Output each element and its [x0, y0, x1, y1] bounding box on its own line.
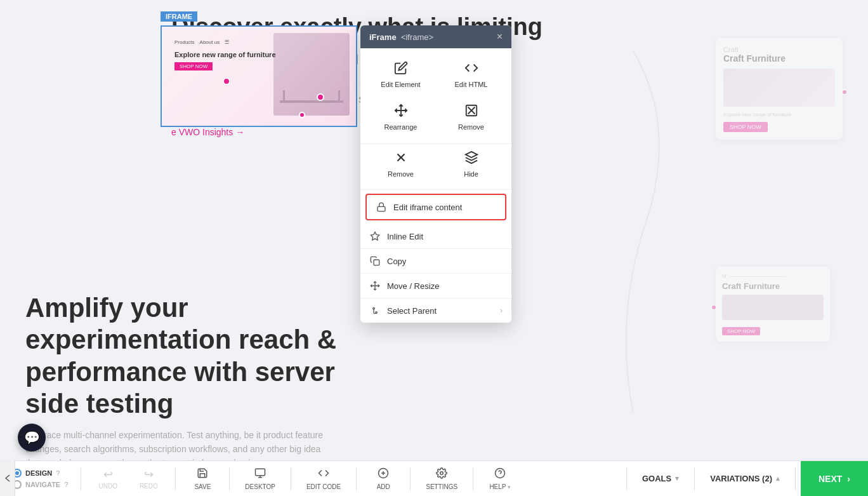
menu-tag: <iframe> [401, 32, 433, 42]
undo-icon: ↩ [103, 467, 113, 481]
menu-inline-edit[interactable]: Inline Edit [360, 224, 511, 249]
menu-grid-row2: Remove Hide [360, 144, 511, 190]
menu-close-button[interactable]: × [497, 32, 503, 42]
remove-label: Remove [458, 123, 484, 131]
design-mode-item[interactable]: DESIGN ? [13, 469, 68, 478]
menu-edit-html[interactable]: Edit HTML [437, 55, 505, 95]
divider-6 [410, 467, 411, 490]
redo-button[interactable]: ↪ REDO [129, 465, 168, 492]
menu-hide[interactable]: Hide [437, 144, 505, 184]
edit-html-icon [464, 61, 478, 78]
menu-rearrange[interactable]: Rearrange [367, 97, 435, 137]
menu-copy[interactable]: Copy [360, 249, 511, 274]
menu-remove[interactable]: Remove [437, 97, 505, 137]
bottom-heading: Amplify your experimentation reach & per… [25, 292, 381, 420]
select-parent-label: Select Parent [387, 306, 500, 316]
iframe-inner-content: ProductsAbout us☰ Explore new range of f… [162, 27, 356, 126]
chat-widget[interactable]: 💬 [18, 424, 46, 452]
divider-right-1 [626, 467, 627, 490]
add-icon [378, 467, 389, 482]
goals-chevron: ▾ [675, 474, 679, 483]
variations-button[interactable]: VARIATIONS (2) ▴ [700, 469, 790, 488]
save-icon [197, 467, 208, 482]
save-button[interactable]: SAVE [183, 465, 221, 493]
edit-iframe-icon [376, 201, 387, 213]
edit-code-button[interactable]: EDIT CODE [299, 465, 348, 493]
divider-right-2 [694, 467, 695, 490]
menu-grid: Edit Element Edit HTML [360, 48, 511, 144]
add-button[interactable]: ADD [364, 465, 402, 493]
menu-select-parent[interactable]: Select Parent › [360, 298, 511, 323]
navigate-help-icon[interactable]: ? [64, 481, 68, 488]
menu-move-resize[interactable]: Move / Resize [360, 274, 511, 298]
context-menu: iFrame <iframe> × Edit Element [360, 25, 511, 323]
menu-edit-element[interactable]: Edit Element [367, 55, 435, 95]
nav-arrow-left[interactable] [0, 460, 15, 496]
help-button[interactable]: HELP ▾ [481, 465, 519, 493]
settings-label: SETTINGS [426, 483, 457, 490]
divider-4 [291, 467, 291, 490]
divider-3 [229, 467, 230, 490]
design-help-icon[interactable]: ? [56, 469, 60, 477]
navigate-mode-label: NAVIGATE [25, 481, 60, 488]
iframe-nav: ProductsAbout us☰ [174, 39, 276, 45]
copy-label: Copy [387, 257, 503, 266]
divider-1 [81, 467, 81, 490]
inline-edit-label: Inline Edit [387, 232, 503, 241]
svg-point-12 [376, 312, 378, 314]
menu-remove-2[interactable]: Remove [367, 144, 435, 184]
divider-right-3 [795, 467, 796, 490]
divider-5 [356, 467, 357, 490]
rearrange-icon [394, 104, 408, 121]
svg-marker-7 [371, 232, 379, 240]
goals-label: GOALS [642, 474, 671, 483]
select-parent-arrow: › [500, 306, 503, 315]
iframe-preview[interactable]: ProductsAbout us☰ Explore new range of f… [161, 25, 357, 127]
divider-2 [175, 467, 176, 490]
dot-1 [223, 77, 230, 85]
toolbar-left-section: DESIGN ? NAVIGATE ? ↩ UNDO ↪ REDO [0, 465, 527, 493]
settings-button[interactable]: SETTINGS [418, 465, 465, 493]
edit-element-label: Edit Element [381, 81, 420, 88]
desktop-icon [254, 467, 266, 482]
edit-iframe-content-button[interactable]: Edit iframe content [365, 194, 506, 220]
svg-rect-8 [374, 260, 379, 265]
svg-rect-6 [378, 206, 385, 211]
menu-header: iFrame <iframe> × [360, 25, 511, 48]
remove-label-2: Remove [388, 170, 414, 178]
variations-label: VARIATIONS (2) [710, 474, 772, 483]
explore-text: Explore new range of furniture [174, 50, 276, 59]
inline-edit-icon [369, 231, 381, 242]
shop-btn[interactable]: SHOP NOW [174, 62, 213, 70]
rearrange-label: Rearrange [385, 123, 418, 131]
divider-7 [473, 467, 473, 490]
iframe-label-badge: IFRAME [161, 11, 197, 22]
move-resize-label: Move / Resize [387, 281, 503, 291]
save-label: SAVE [194, 483, 211, 490]
bottom-toolbar: DESIGN ? NAVIGATE ? ↩ UNDO ↪ REDO [0, 460, 868, 496]
design-mode-label: DESIGN [25, 469, 52, 477]
add-label: ADD [377, 483, 390, 490]
hide-label: Hide [464, 170, 478, 178]
help-icon [494, 467, 506, 482]
next-label: NEXT [819, 474, 842, 484]
table-leg-2 [338, 90, 340, 103]
edit-code-label: EDIT CODE [306, 483, 341, 490]
svg-rect-13 [256, 469, 265, 476]
settings-icon [436, 467, 447, 482]
undo-label: UNDO [99, 483, 117, 490]
iframe-text-overlay: ProductsAbout us☰ Explore new range of f… [174, 39, 276, 70]
redo-label: REDO [140, 483, 158, 490]
insights-link[interactable]: e VWO Insights → [171, 127, 244, 137]
edit-iframe-label: Edit iframe content [393, 203, 496, 212]
desktop-button[interactable]: DESKTOP [237, 465, 283, 493]
select-parent-icon [369, 305, 381, 316]
goals-button[interactable]: GOALS ▾ [632, 469, 689, 488]
hide-icon [464, 151, 478, 168]
undo-button[interactable]: ↩ UNDO [89, 465, 127, 492]
edit-html-label: Edit HTML [455, 81, 488, 88]
navigate-mode-item[interactable]: NAVIGATE ? [13, 480, 68, 489]
table-leg-1 [283, 90, 285, 103]
next-button[interactable]: NEXT › [801, 461, 868, 497]
craft-label-2: M —————————— [722, 273, 824, 279]
